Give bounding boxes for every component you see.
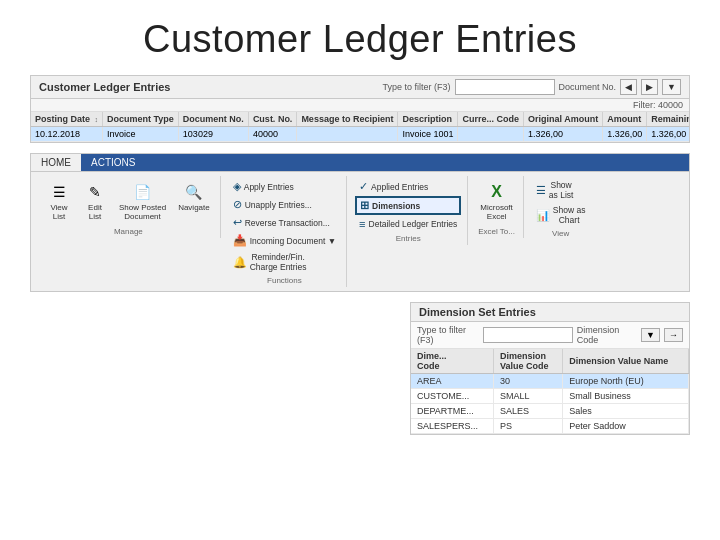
dim-cell-value-name: Peter Saddow — [563, 419, 689, 434]
apply-entries-btn[interactable]: ◈ Apply Entries — [229, 178, 340, 195]
dim-filter-go-btn[interactable]: → — [664, 328, 683, 342]
filter-prev-btn[interactable]: ◀ — [620, 79, 637, 95]
col-doc-type[interactable]: Document Type — [103, 112, 179, 127]
dimensions-label: Dimensions — [372, 201, 420, 211]
dim-cell-value-code: SALES — [494, 404, 563, 419]
reminder-charge-label: Reminder/Fin.Charge Entries — [250, 252, 307, 272]
dimension-panel: Dimension Set Entries Type to filter (F3… — [410, 302, 690, 435]
table-row[interactable]: 10.12.2018 Invoice 103029 40000 Invoice … — [31, 127, 689, 142]
reminder-charge-btn[interactable]: 🔔 Reminder/Fin.Charge Entries — [229, 250, 340, 274]
dimension-table-header: Dime...Code DimensionValue Code Dimensio… — [411, 349, 689, 374]
table-row[interactable]: AREA 30 Europe North (EU) — [411, 374, 689, 389]
cell-amount: 1.326,00 — [603, 127, 647, 142]
navigate-label: Navigate — [178, 204, 210, 213]
show-posted-doc-label: Show PostedDocument — [119, 204, 166, 222]
incoming-document-icon: 📥 — [233, 234, 247, 247]
dim-cell-value-name: Europe North (EU) — [563, 374, 689, 389]
unapply-entries-icon: ⊘ — [233, 198, 242, 211]
ribbon-group-entries-label: Entries — [396, 234, 421, 243]
dimensions-btn[interactable]: ⊞ Dimensions — [355, 196, 461, 215]
detailed-ledger-entries-label: Detailed Ledger Entries — [369, 219, 458, 229]
filter-label: Type to filter (F3) — [383, 82, 451, 92]
detailed-ledger-entries-btn[interactable]: ≡ Detailed Ledger Entries — [355, 216, 461, 232]
ribbon-group-excel-label: Excel To... — [478, 227, 515, 236]
dim-cell-value-code: SMALL — [494, 389, 563, 404]
cell-doc-type: Invoice — [103, 127, 179, 142]
show-as-chart-btn[interactable]: 📊 Show asChart — [532, 203, 590, 227]
cell-posting-date: 10.12.2018 — [31, 127, 103, 142]
ribbon-tab-home[interactable]: HOME — [31, 154, 81, 171]
incoming-document-btn[interactable]: 📥 Incoming Document ▼ — [229, 232, 340, 249]
ribbon-header: HOME ACTIONS — [31, 154, 689, 171]
ribbon-panel: HOME ACTIONS ☰ ViewList ✎ EditList 📄 Sho… — [30, 153, 690, 292]
ribbon-entries-buttons: ✓ Applied Entries ⊞ Dimensions ≡ Detaile… — [355, 178, 461, 232]
filter-options-btn[interactable]: ▼ — [662, 79, 681, 95]
reverse-transaction-icon: ↩ — [233, 216, 242, 229]
dim-cell-code: DEPARTME... — [411, 404, 494, 419]
col-message[interactable]: Message to Recipient — [297, 112, 398, 127]
view-list-btn[interactable]: ☰ ViewList — [43, 178, 75, 225]
filter-next-btn[interactable]: ▶ — [641, 79, 658, 95]
microsoft-excel-icon: X — [486, 181, 508, 203]
view-list-icon: ☰ — [48, 181, 70, 203]
ribbon-body: ☰ ViewList ✎ EditList 📄 Show PostedDocum… — [31, 171, 689, 291]
dim-cell-code: AREA — [411, 374, 494, 389]
dim-filter-arrow-btn[interactable]: ▼ — [641, 328, 660, 342]
dim-cell-value-name: Sales — [563, 404, 689, 419]
col-dim-value-code[interactable]: DimensionValue Code — [494, 349, 563, 374]
dimension-filter-row: Type to filter (F3) Dimension Code ▼ → — [411, 322, 689, 349]
col-doc-no[interactable]: Document No. — [178, 112, 248, 127]
ribbon-group-manage-label: Manage — [114, 227, 143, 236]
cell-currency — [458, 127, 524, 142]
doc-no-label: Document No. — [559, 82, 617, 92]
dimension-panel-header: Dimension Set Entries — [411, 303, 689, 322]
dim-filter-field: Dimension Code — [577, 325, 637, 345]
apply-entries-icon: ◈ — [233, 180, 241, 193]
col-description[interactable]: Description — [398, 112, 458, 127]
col-remaining[interactable]: Remaining Amount — [647, 112, 689, 127]
dim-filter-label: Type to filter (F3) — [417, 325, 479, 345]
show-as-list-btn[interactable]: ☰ Showas List — [532, 178, 590, 202]
ribbon-view-buttons: ☰ Showas List 📊 Show asChart — [532, 178, 590, 227]
col-posting-date[interactable]: Posting Date ↕ — [31, 112, 103, 127]
cell-original-amount: 1.326,00 — [523, 127, 602, 142]
cell-cust-no: 40000 — [248, 127, 297, 142]
ribbon-group-view-label: View — [552, 229, 569, 238]
ledger-filter-input[interactable] — [455, 79, 555, 95]
col-amount[interactable]: Amount — [603, 112, 647, 127]
ribbon-group-manage: ☰ ViewList ✎ EditList 📄 Show PostedDocum… — [37, 176, 221, 238]
col-currency[interactable]: Curre... Code — [458, 112, 524, 127]
col-dim-value-name[interactable]: Dimension Value Name — [563, 349, 689, 374]
reverse-transaction-btn[interactable]: ↩ Reverse Transaction... — [229, 214, 340, 231]
reminder-charge-icon: 🔔 — [233, 256, 247, 269]
edit-list-label: EditList — [88, 204, 102, 222]
filter-info: Filter: 40000 — [31, 99, 689, 112]
microsoft-excel-label: MicrosoftExcel — [480, 204, 512, 222]
edit-list-icon: ✎ — [84, 181, 106, 203]
dimension-table: Dime...Code DimensionValue Code Dimensio… — [411, 349, 689, 434]
show-as-list-label: Showas List — [549, 180, 574, 200]
unapply-entries-btn[interactable]: ⊘ Unapply Entries... — [229, 196, 340, 213]
dim-filter-input[interactable] — [483, 327, 573, 343]
col-dim-code[interactable]: Dime...Code — [411, 349, 494, 374]
col-cust-no[interactable]: Cust. No. — [248, 112, 297, 127]
table-row[interactable]: SALESPERS... PS Peter Saddow — [411, 419, 689, 434]
show-as-list-icon: ☰ — [536, 184, 546, 197]
dim-cell-value-code: 30 — [494, 374, 563, 389]
ribbon-excel-buttons: X MicrosoftExcel — [476, 178, 516, 225]
table-row[interactable]: CUSTOME... SMALL Small Business — [411, 389, 689, 404]
navigate-btn[interactable]: 🔍 Navigate — [174, 178, 214, 216]
ledger-panel-header: Customer Ledger Entries Type to filter (… — [31, 76, 689, 99]
show-posted-doc-btn[interactable]: 📄 Show PostedDocument — [115, 178, 170, 225]
ribbon-group-entries: ✓ Applied Entries ⊞ Dimensions ≡ Detaile… — [349, 176, 468, 245]
ribbon-tab-actions[interactable]: ACTIONS — [81, 154, 145, 171]
cell-message — [297, 127, 398, 142]
edit-list-btn[interactable]: ✎ EditList — [79, 178, 111, 225]
view-list-label: ViewList — [50, 204, 67, 222]
applied-entries-btn[interactable]: ✓ Applied Entries — [355, 178, 461, 195]
microsoft-excel-btn[interactable]: X MicrosoftExcel — [476, 178, 516, 225]
dimension-panel-title: Dimension Set Entries — [419, 306, 536, 318]
col-original-amount[interactable]: Original Amount — [523, 112, 602, 127]
ribbon-functions-buttons: ◈ Apply Entries ⊘ Unapply Entries... ↩ R… — [229, 178, 340, 274]
table-row[interactable]: DEPARTME... SALES Sales — [411, 404, 689, 419]
